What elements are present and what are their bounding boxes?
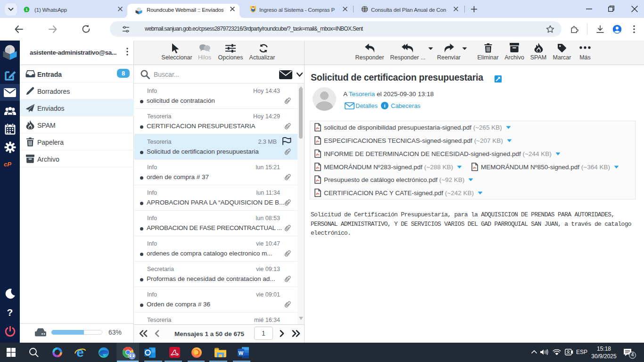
svg-text:W: W [239, 350, 244, 356]
svg-text:1: 1 [25, 8, 28, 12]
svg-text:i: i [384, 103, 385, 108]
